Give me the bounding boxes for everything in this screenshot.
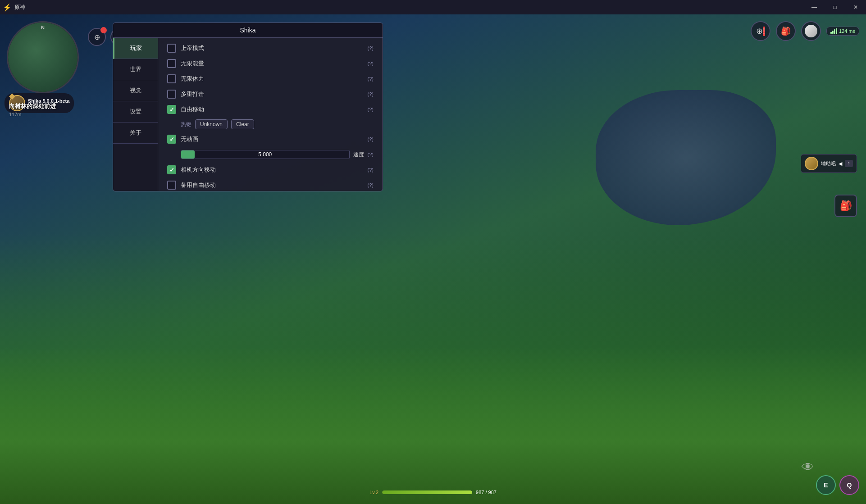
window-title: 原神: [14, 4, 804, 11]
cheats-title: Shika: [113, 23, 383, 38]
sidebar-tab-settings[interactable]: 设置: [113, 101, 158, 123]
cheat-row-free-move: 自由移动 (?): [164, 103, 377, 116]
cheat-label-no-animation: 无动画: [181, 135, 363, 143]
sidebar-tab-world[interactable]: 世界: [113, 59, 158, 80]
cheat-checkbox-god-mode[interactable]: [167, 44, 176, 53]
cheat-hint-infinite-energy[interactable]: (?): [368, 61, 374, 66]
speed-hint[interactable]: (?): [368, 152, 374, 157]
cheat-checkbox-no-animation[interactable]: [167, 135, 176, 144]
app-icon: ⚡: [0, 0, 14, 14]
sidebar-tab-visual[interactable]: 视觉: [113, 80, 158, 101]
cheat-checkbox-infinite-energy[interactable]: [167, 59, 176, 68]
title-bar: ⚡ 原神 — □ ✕: [0, 0, 866, 14]
cheat-hint-camera-move[interactable]: (?): [368, 167, 374, 173]
cheat-checkbox-disable-free-move[interactable]: [167, 181, 176, 190]
cheat-row-multi-hit: 多重打击 (?): [164, 87, 377, 101]
cheat-row-disable-free-move: 备用自由移动 (?): [164, 178, 377, 191]
cheat-hint-god-mode[interactable]: (?): [368, 45, 374, 51]
cheat-hint-no-animation[interactable]: (?): [368, 136, 374, 142]
cheat-label-infinite-stamina: 无限体力: [181, 75, 363, 83]
speed-value: 5.000: [258, 151, 272, 158]
cheat-label-camera-move: 相机方向移动: [181, 166, 363, 174]
cheat-label-free-move: 自由移动: [181, 105, 363, 114]
hotkey-label: 热键: [181, 121, 191, 128]
speed-slider[interactable]: 5.000: [181, 150, 350, 159]
cheat-row-no-animation: 无动画 (?): [164, 132, 377, 146]
cheat-label-multi-hit: 多重打击: [181, 90, 363, 98]
cheat-label-god-mode: 上帝模式: [181, 44, 363, 52]
sidebar-tab-player[interactable]: 玩家: [113, 38, 158, 59]
hotkey-clear-button[interactable]: Clear: [231, 119, 254, 129]
cheat-label-disable-free-move: 备用自由移动: [181, 181, 363, 189]
cheats-sidebar: 玩家 世界 视觉 设置 关于: [113, 38, 158, 191]
cheat-row-camera-move: 相机方向移动 (?): [164, 163, 377, 177]
cheat-label-infinite-energy: 无限能量: [181, 59, 363, 68]
window-controls: — □ ✕: [804, 0, 866, 14]
cheat-checkbox-multi-hit[interactable]: [167, 90, 176, 99]
hotkey-row: 热键 Unknown Clear: [164, 118, 377, 131]
maximize-button[interactable]: □: [825, 0, 845, 14]
cheat-checkbox-camera-move[interactable]: [167, 165, 176, 174]
minimize-button[interactable]: —: [804, 0, 825, 14]
cheat-hint-infinite-stamina[interactable]: (?): [368, 76, 374, 82]
cheat-checkbox-free-move[interactable]: [167, 105, 176, 114]
cheat-row-infinite-energy: 无限能量 (?): [164, 57, 377, 70]
cheat-checkbox-infinite-stamina[interactable]: [167, 74, 176, 83]
cheats-overlay: Shika 玩家 世界 视觉 设置 关于 上帝模式: [113, 23, 383, 191]
cheat-row-infinite-stamina: 无限体力 (?): [164, 72, 377, 86]
cheat-hint-disable-free-move[interactable]: (?): [368, 182, 374, 188]
close-button[interactable]: ✕: [845, 0, 866, 14]
hotkey-unknown-button[interactable]: Unknown: [195, 119, 228, 129]
cheat-hint-multi-hit[interactable]: (?): [368, 91, 374, 97]
speed-label: 速度: [353, 151, 364, 159]
background-grass: [0, 346, 866, 504]
cheat-row-god-mode: 上帝模式 (?): [164, 41, 377, 55]
speed-row: 5.000 速度 (?): [164, 148, 377, 161]
cheats-content: 上帝模式 (?) 无限能量 (?) 无限体力 (?) 多重打击 (?): [158, 38, 383, 191]
speed-fill: [181, 150, 195, 159]
cheats-body: 玩家 世界 视觉 设置 关于 上帝模式 (?): [113, 38, 383, 191]
sidebar-tab-about[interactable]: 关于: [113, 123, 158, 144]
cheat-hint-free-move[interactable]: (?): [368, 107, 374, 112]
